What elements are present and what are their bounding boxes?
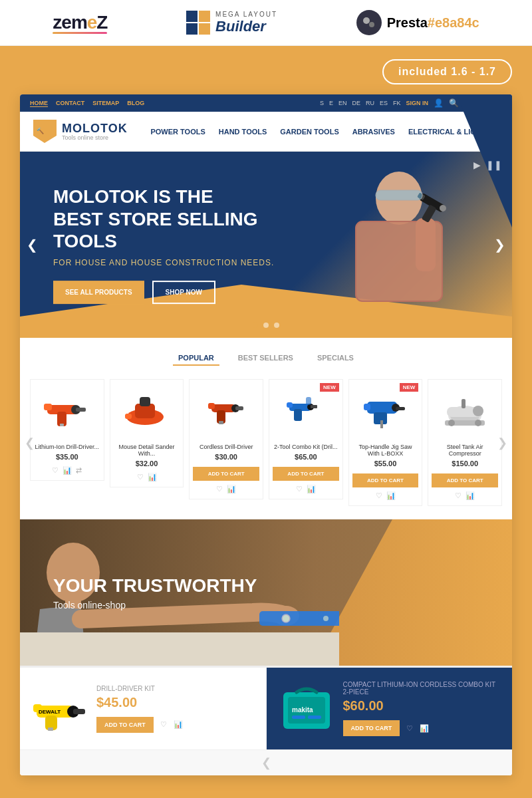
product-card-5: NEW Top-Handle Jig Saw With L- [348,379,423,506]
product-price-3: $30.00 [193,453,259,461]
wishlist-btn-5[interactable]: ♡ [376,491,382,500]
lang-es[interactable]: ES [380,100,388,106]
see-all-products-btn[interactable]: SEE ALL PRODUCTS [53,281,144,304]
featured-cart-btn-left[interactable]: ADD TO CART [96,717,154,733]
zemes-logo-text: zemeZ [53,12,107,33]
trust-content: YOUR TRUSTWORTHY Tools online-shop [53,575,257,610]
slider-prev[interactable]: ❮ [27,237,38,253]
featured-wishlist-left[interactable]: ♡ [160,720,167,729]
hero-slider: ▶ ❚❚ ❮ ❯ MOLOTOK IS THE BEST STORE SELLI… [20,152,512,338]
product-card-1: Lithium-Ion Drill-Driver... $35.00 ♡ 📊 ⇄ [30,379,104,481]
svg-rect-39 [364,404,370,410]
lang-en[interactable]: EN [338,100,347,106]
svg-rect-32 [287,402,293,408]
nav-contact[interactable]: CONTACT [56,100,84,107]
lang-fk[interactable]: FK [393,100,401,106]
version-badge-wrapper: included 1.6 - 1.7 [20,59,512,84]
tab-bestsellers[interactable]: BEST SELLERS [233,351,299,366]
add-cart-btn-4[interactable]: ADD TO CART [273,467,339,481]
svg-rect-18 [76,408,86,412]
product-actions-2: ♡ 📊 [114,473,180,481]
shop-now-btn[interactable]: SHOP NOW [152,281,215,304]
dot-2[interactable] [263,323,269,328]
lang-e[interactable]: E [329,100,333,106]
store-container: HOME CONTACT SITEMAP BLOG S E EN DE RU E… [20,94,512,775]
search-icon[interactable]: 🔍 [449,98,459,108]
chart-btn-1[interactable]: 📊 [63,466,72,475]
mega-text: MEGA LAYOUT Builder [215,11,277,35]
lang-s[interactable]: S [320,100,324,106]
product-price-6: $150.00 [432,460,498,467]
featured-chart-right[interactable]: 📊 [420,724,429,733]
wishlist-btn-2[interactable]: ♡ [137,473,144,481]
menu-abrasives[interactable]: ABRASIVES [352,128,395,136]
svg-rect-16 [44,404,52,410]
product-card-3: Cordless Drill-Driver $30.00 ADD TO CART… [189,379,263,499]
add-cart-btn-5[interactable]: ADD TO CART [352,473,419,487]
menu-hand-tools[interactable]: HAND TOOLS [219,128,267,136]
products-next[interactable]: ❯ [497,436,507,450]
chart-btn-5[interactable]: 📊 [386,491,396,500]
wishlist-btn-1[interactable]: ♡ [52,466,59,475]
products-grid-wrapper: ❮ [30,379,502,506]
wishlist-icon[interactable]: ♡ [464,98,471,108]
wishlist-btn-3[interactable]: ♡ [216,485,223,493]
svg-rect-23 [125,414,132,419]
featured-price-left: $45.00 [96,695,253,710]
svg-rect-31 [294,409,302,421]
lang-ru[interactable]: RU [366,100,374,106]
product-price-2: $32.00 [114,460,180,467]
menu-electrical[interactable]: ELECTRICAL & LIGHTING [408,128,499,136]
menu-power-tools[interactable]: POWER TOOLS [150,128,205,136]
add-cart-btn-3[interactable]: ADD TO CART [193,467,259,481]
product-img-2 [114,385,180,438]
products-prev[interactable]: ❮ [25,436,35,450]
drill-driver-img [44,392,90,432]
featured-wishlist-right[interactable]: ♡ [406,724,413,733]
wishlist-btn-4[interactable]: ♡ [296,485,303,493]
jigsaw-img [364,394,407,430]
products-grid: Lithium-Ion Drill-Driver... $35.00 ♡ 📊 ⇄ [30,379,502,506]
featured-chart-left[interactable]: 📊 [174,720,183,729]
hero-wrapper: included 1.6 - 1.7 HOME CONTACT SITEMAP … [0,46,532,789]
dot-1[interactable] [253,323,258,328]
dot-3[interactable] [274,323,279,328]
chart-btn-3[interactable]: 📊 [227,485,236,493]
play-btn[interactable]: ▶ [473,160,481,170]
chart-btn-4[interactable]: 📊 [307,485,316,493]
product-card-6: Steel Tank Air Compressor $150.00 ADD TO… [428,379,502,506]
tab-specials[interactable]: SPECIALS [312,351,359,366]
pause-btn[interactable]: ❚❚ [486,160,502,170]
chart-btn-2[interactable]: 📊 [148,473,157,481]
svg-rect-62 [48,728,53,731]
svg-rect-28 [235,406,243,410]
slider-next[interactable]: ❯ [494,237,505,253]
svg-point-45 [473,406,483,416]
tab-popular[interactable]: POPULAR [173,351,219,366]
featured-info-right: COMPACT LITHIUM-ION CORDLESS COMBO KIT 2… [343,681,499,736]
compare-btn-1[interactable]: ⇄ [76,466,82,475]
user-icon[interactable]: 👤 [434,98,444,108]
product-name-2: Mouse Detail Sander With... [114,444,180,457]
nav-sitemap[interactable]: SITEMAP [92,100,119,107]
prestashop-brand: Presta#e8a84c [356,10,479,35]
featured-prev-btn[interactable]: ❮ [261,755,271,770]
menu-garden-tools[interactable]: GARDEN TOOLS [280,128,338,136]
featured-cart-btn-right[interactable]: ADD TO CART [343,720,400,736]
slider-title: MOLOTOK IS THE BEST STORE SELLING TOOLS [53,186,266,253]
nav-blog[interactable]: BLOG [127,100,144,107]
cart-icon[interactable]: 🛒 [492,98,502,108]
svg-rect-26 [208,403,215,409]
add-cart-btn-6[interactable]: ADD TO CART [432,473,498,487]
svg-point-48 [475,420,481,426]
svg-rect-10 [422,204,437,223]
product-price-5: $55.00 [352,460,419,467]
chart-btn-6[interactable]: 📊 [466,491,475,500]
zemes-brand: zemeZ [53,12,107,34]
sign-in[interactable]: SIGN IN [406,100,428,106]
nav-home[interactable]: HOME [30,100,48,107]
product-card-4: NEW 2-Tool Combo Kit (Dril... [269,379,343,499]
bar-chart-icon[interactable]: 📊 [477,98,487,108]
wishlist-btn-6[interactable]: ♡ [455,491,462,500]
lang-de[interactable]: DE [352,100,360,106]
